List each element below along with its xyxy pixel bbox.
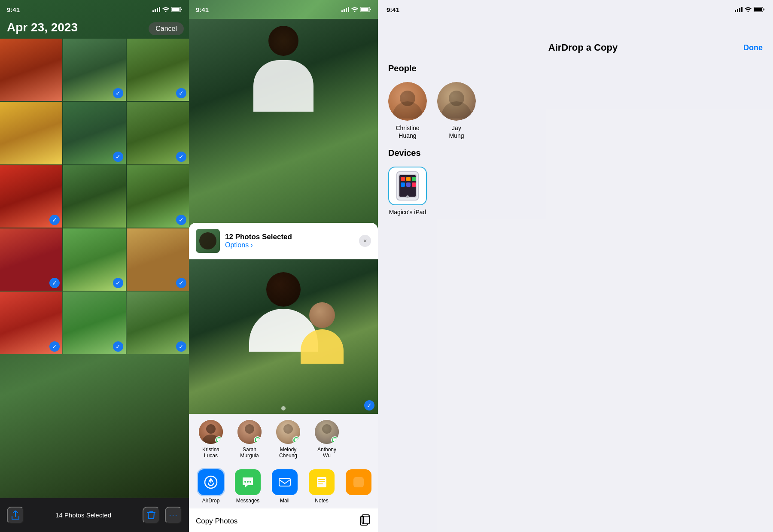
svg-rect-20 [279, 478, 290, 486]
photo-cell[interactable]: ✓ [63, 39, 125, 101]
share-header-text: 12 Photos Selected Options › [225, 233, 354, 249]
svg-point-18 [247, 481, 249, 483]
more-button[interactable]: ··· [165, 507, 182, 524]
share-sheet-header: 12 Photos Selected Options › × [189, 223, 378, 259]
photo-cell[interactable]: ✓ [127, 228, 189, 291]
options-label: Options [225, 241, 249, 249]
copy-icon [360, 514, 371, 528]
battery-icon [171, 7, 182, 12]
svg-rect-3 [159, 7, 160, 12]
photo-cell[interactable]: ✓ [127, 165, 189, 228]
svg-rect-41 [406, 182, 411, 187]
contact-name-sarah: SarahMurguia [240, 447, 259, 459]
avatar-christine [388, 82, 427, 121]
svg-rect-40 [401, 182, 405, 187]
photo-cell[interactable]: ✓ [127, 292, 189, 354]
svg-rect-22 [353, 477, 364, 487]
share-preview-photo: ✓ [189, 259, 378, 414]
delete-button[interactable] [143, 507, 160, 524]
svg-rect-39 [412, 177, 416, 181]
device-ipad[interactable]: Magico's iPad [388, 167, 427, 216]
people-row: ChristineHuang JayMung [378, 77, 773, 145]
contact-name-kristina: KristinaLucas [202, 447, 219, 459]
svg-rect-15 [370, 9, 371, 10]
person-jay[interactable]: JayMung [437, 82, 476, 140]
check-badge: ✓ [176, 341, 186, 352]
signal-icon-3 [735, 7, 743, 12]
airdrop-header: AirDrop a Copy Done [378, 19, 773, 60]
share-sheet: 12 Photos Selected Options › × [189, 223, 378, 532]
options-button[interactable]: Options › [225, 241, 253, 249]
message-badge [254, 436, 262, 444]
contact-melody[interactable]: MelodyCheung [273, 420, 303, 459]
copy-photos-label: Copy Photos [196, 517, 237, 526]
people-section-label: People [378, 60, 773, 77]
svg-rect-29 [741, 7, 743, 12]
avatar-jay [437, 82, 476, 121]
status-icons-2 [341, 7, 371, 12]
check-badge: ✓ [176, 215, 186, 225]
app-notes[interactable]: Notes [307, 469, 337, 504]
svg-rect-10 [346, 8, 347, 12]
signal-icon-2 [341, 7, 349, 12]
wifi-icon-2 [351, 7, 358, 12]
message-badge [215, 436, 223, 444]
notes-app-icon [309, 469, 335, 495]
photo-cell[interactable] [0, 39, 62, 101]
status-icons-1 [152, 7, 182, 12]
airdrop-label: AirDrop [202, 498, 220, 504]
contact-kristina[interactable]: KristinaLucas [196, 420, 226, 459]
photo-cell[interactable]: ✓ [127, 102, 189, 164]
contact-sarah[interactable]: SarahMurguia [234, 420, 265, 459]
check-badge: ✓ [176, 152, 186, 162]
app-airdrop[interactable]: AirDrop [196, 469, 226, 504]
photo-cell[interactable]: ✓ [0, 165, 62, 228]
date-label: Apr 23, 2023 [7, 21, 78, 34]
check-badge-preview: ✓ [364, 400, 374, 410]
device-icon-ipad [388, 167, 427, 205]
message-badge [331, 436, 339, 444]
svg-point-12 [354, 11, 356, 12]
signal-icon [152, 7, 160, 12]
photo-cell[interactable]: ✓ [0, 292, 62, 354]
svg-rect-8 [341, 10, 343, 12]
check-badge: ✓ [113, 88, 123, 98]
app-messages[interactable]: Messages [233, 469, 263, 504]
close-button[interactable]: × [359, 235, 371, 247]
cancel-button[interactable]: Cancel [149, 22, 184, 35]
photo-cell[interactable] [0, 102, 62, 164]
photo-cell[interactable]: ✓ [127, 39, 189, 101]
person-christine[interactable]: ChristineHuang [388, 82, 427, 140]
contact-avatar-sarah [237, 420, 262, 444]
svg-rect-6 [172, 8, 180, 11]
svg-rect-26 [735, 10, 736, 12]
trash-icon [147, 511, 155, 520]
done-button[interactable]: Done [743, 43, 763, 52]
share-icon [11, 511, 20, 520]
photo-cell[interactable]: ✓ [63, 102, 125, 164]
svg-rect-33 [764, 9, 764, 10]
share-thumbnail [196, 229, 220, 253]
app-mail[interactable]: Mail [270, 469, 300, 504]
contact-name-anthony: AnthonyWu [317, 447, 336, 459]
wifi-icon [162, 7, 169, 12]
photo-cell[interactable]: ✓ [63, 228, 125, 291]
photo-cell[interactable] [63, 165, 125, 228]
check-badge: ✓ [113, 341, 123, 352]
mail-label: Mail [280, 498, 289, 504]
notes-label: Notes [315, 498, 328, 504]
app-extra[interactable] [344, 469, 374, 504]
photo-cell[interactable]: ✓ [0, 228, 62, 291]
svg-rect-1 [155, 9, 156, 12]
airdrop-title: AirDrop a Copy [423, 42, 743, 53]
svg-rect-25 [363, 516, 369, 524]
contact-anthony[interactable]: AnthonyWu [312, 420, 342, 459]
photo-grid: ✓ ✓ ✓ ✓ ✓ ✓ ✓ [0, 39, 189, 354]
airdrop-content: AirDrop a Copy Done People ChristineHuan… [378, 19, 773, 532]
bg-photo-area [189, 0, 378, 249]
panel-share: 9:41 12 Photos Selected Options › × [189, 0, 378, 532]
photo-cell[interactable]: ✓ [63, 292, 125, 354]
share-button[interactable] [7, 507, 24, 524]
messages-app-icon [235, 469, 261, 495]
svg-rect-7 [181, 9, 182, 10]
